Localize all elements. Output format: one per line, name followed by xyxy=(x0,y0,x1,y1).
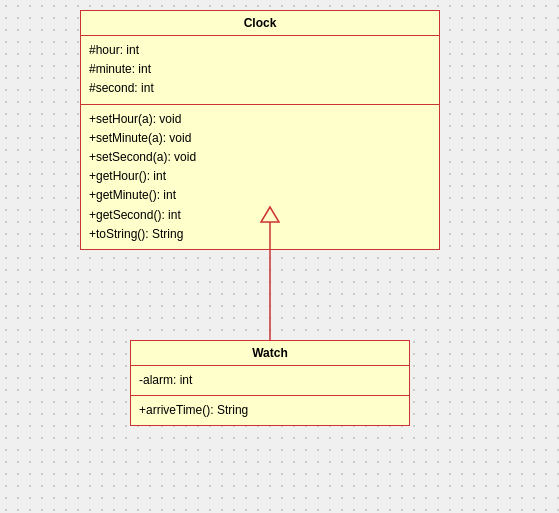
clock-method-5: +getSecond(): int xyxy=(89,206,431,225)
clock-class: Clock #hour: int #minute: int #second: i… xyxy=(80,10,440,250)
uml-diagram: Clock #hour: int #minute: int #second: i… xyxy=(0,0,559,513)
clock-method-3: +getHour(): int xyxy=(89,167,431,186)
clock-attr-2: #second: int xyxy=(89,79,431,98)
watch-method-0: +arriveTime(): String xyxy=(139,401,401,420)
watch-class: Watch -alarm: int +arriveTime(): String xyxy=(130,340,410,426)
clock-attr-0: #hour: int xyxy=(89,41,431,60)
watch-class-title: Watch xyxy=(131,341,409,366)
clock-attributes-section: #hour: int #minute: int #second: int xyxy=(81,36,439,105)
clock-class-title: Clock xyxy=(81,11,439,36)
watch-methods-section: +arriveTime(): String xyxy=(131,396,409,425)
clock-methods-section: +setHour(a): void +setMinute(a): void +s… xyxy=(81,105,439,249)
clock-method-6: +toString(): String xyxy=(89,225,431,244)
clock-method-4: +getMinute(): int xyxy=(89,186,431,205)
watch-attributes-section: -alarm: int xyxy=(131,366,409,396)
watch-attr-0: -alarm: int xyxy=(139,371,401,390)
clock-method-2: +setSecond(a): void xyxy=(89,148,431,167)
clock-method-1: +setMinute(a): void xyxy=(89,129,431,148)
clock-attr-1: #minute: int xyxy=(89,60,431,79)
clock-method-0: +setHour(a): void xyxy=(89,110,431,129)
